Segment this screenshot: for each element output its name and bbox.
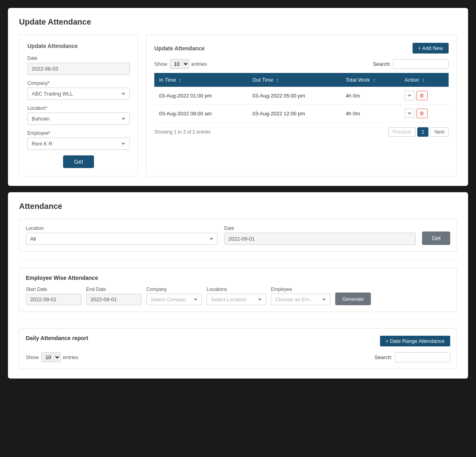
daily-search-box: Search: [374, 352, 450, 362]
action-cell: ✏ 🗑 [400, 87, 449, 105]
attendance-page-title: Attendance [19, 202, 457, 211]
table-row: 03-Aug-2022 01:00 pm 03-Aug-2022 05:00 p… [154, 87, 449, 105]
company-filter-label: Company [146, 287, 202, 292]
emp-filter-row: Start Date End Date Company Select Compa… [26, 287, 450, 305]
sort-icon-action: ↕ [422, 77, 425, 83]
date-range-button[interactable]: + Date Range Attendance [380, 336, 450, 346]
page-1-button[interactable]: 1 [417, 127, 429, 137]
company-filter-group: Company Select Compan [146, 287, 202, 305]
date-filter-input[interactable] [224, 233, 416, 245]
daily-report-title: Daily Attendance report [26, 335, 88, 341]
right-card-title: Update Attendance [154, 45, 205, 52]
location-filter-select[interactable]: All [26, 233, 218, 245]
daily-search-label: Search: [374, 354, 392, 360]
get-button[interactable]: Get [63, 155, 94, 168]
edit-button[interactable]: ✏ [405, 109, 415, 118]
employee-select[interactable]: Reni K R [27, 138, 130, 150]
col-in-time: In Time ↕ [154, 73, 248, 87]
table-row: 03-Aug-2022 08:00 am 03-Aug-2022 12:00 p… [154, 105, 449, 122]
col-out-time: Out Time ↕ [248, 73, 341, 87]
start-date-group: Start Date [26, 287, 81, 305]
sort-icon-outtime: ↕ [276, 77, 279, 83]
sort-icon-totalwork: ↕ [373, 77, 376, 83]
add-new-button[interactable]: + Add New [413, 43, 449, 54]
date-label: Date [27, 55, 130, 61]
date-filter-group: Date [224, 226, 416, 245]
table-controls: Show 10 entries Search: [154, 59, 449, 69]
start-date-label: Start Date [26, 287, 81, 292]
daily-show-select[interactable]: 10 [41, 352, 61, 362]
end-date-group: End Date [86, 287, 142, 305]
col-total-work: Total Work ↕ [341, 73, 400, 87]
search-label: Search: [373, 61, 391, 67]
total-work-cell: 4h 0m [341, 87, 400, 105]
in-time-cell: 03-Aug-2022 08:00 am [154, 105, 248, 122]
generate-button[interactable]: Generate [335, 293, 371, 305]
location-filter-label: Location [26, 226, 218, 231]
attendance-get-button[interactable]: Get [422, 231, 450, 245]
sort-icon-intime: ↕ [179, 77, 182, 83]
update-attendance-right-card: Update Attendance + Add New Show 10 entr… [146, 34, 457, 176]
show-select[interactable]: 10 [170, 59, 189, 69]
employee-filter-group: Employee Choose an Em... [271, 287, 330, 305]
table-footer: Showing 1 to 2 of 2 entries Previous 1 N… [154, 127, 449, 137]
location-label: Location* [27, 105, 130, 111]
delete-button[interactable]: 🗑 [416, 109, 428, 118]
out-time-cell: 03-Aug-2022 05:00 pm [248, 87, 341, 105]
col-action: Action ↕ [400, 73, 449, 87]
delete-button[interactable]: 🗑 [416, 91, 428, 100]
locations-filter-label: Locations [207, 287, 266, 292]
show-label: Show [154, 61, 167, 67]
daily-report-header: Daily Attendance report + Date Range Att… [26, 335, 450, 347]
right-card-header: Update Attendance + Add New [154, 43, 449, 54]
location-select[interactable]: Bahrain [27, 113, 130, 125]
end-date-label: End Date [86, 287, 142, 292]
locations-filter-select[interactable]: Select Location [207, 294, 266, 305]
search-box: Search: [373, 59, 449, 69]
date-input[interactable] [27, 63, 130, 75]
company-select[interactable]: ABC Trading WLL [27, 88, 130, 100]
out-time-cell: 03-Aug-2022 12:00 pm [248, 105, 341, 122]
in-time-cell: 03-Aug-2022 01:00 pm [154, 87, 248, 105]
company-filter-select[interactable]: Select Compan [146, 294, 202, 305]
employee-label: Employee* [27, 130, 130, 136]
location-form-group: Location* Bahrain [27, 105, 130, 125]
daily-controls: Show 10 entries Search: [26, 352, 450, 362]
location-filter-group: Location All [26, 226, 218, 245]
edit-button[interactable]: ✏ [405, 91, 415, 100]
update-attendance-body: Update Attendance Date Company* ABC Trad… [19, 34, 457, 176]
daily-show-entries: Show 10 entries [26, 352, 79, 362]
daily-entries-label: entries [63, 354, 79, 360]
date-form-group: Date [27, 55, 130, 75]
employee-filter-label: Employee [271, 287, 330, 292]
next-page-button[interactable]: Next [430, 127, 449, 137]
date-filter-label: Date [224, 226, 416, 231]
search-input[interactable] [393, 59, 449, 69]
previous-page-button[interactable]: Previous [388, 127, 416, 137]
company-label: Company* [27, 80, 130, 86]
pagination: Previous 1 Next [388, 127, 449, 137]
top-filter-row: Location All Date Get [19, 219, 457, 252]
locations-filter-group: Locations Select Location [207, 287, 266, 305]
start-date-input[interactable] [26, 294, 81, 305]
daily-search-input[interactable] [395, 352, 450, 362]
company-form-group: Company* ABC Trading WLL [27, 80, 130, 100]
end-date-input[interactable] [86, 294, 142, 305]
employee-form-group: Employee* Reni K R [27, 130, 130, 150]
update-attendance-left-card: Update Attendance Date Company* ABC Trad… [19, 34, 138, 176]
action-cell: ✏ 🗑 [400, 105, 449, 122]
update-attendance-page-title: Update Attendance [19, 17, 457, 27]
show-entries: Show 10 entries [154, 59, 207, 69]
attendance-table: In Time ↕ Out Time ↕ Total Work ↕ Action… [154, 73, 449, 122]
employee-wise-title: Employee Wise Attendance [26, 275, 450, 281]
update-attendance-panel: Update Attendance Update Attendance Date… [8, 8, 468, 186]
attendance-panel: Attendance Location All Date Get Employe… [8, 192, 468, 379]
employee-filter-select[interactable]: Choose an Em... [271, 294, 330, 305]
table-header-row: In Time ↕ Out Time ↕ Total Work ↕ Action… [154, 73, 449, 87]
entries-label: entries [192, 61, 207, 67]
employee-wise-section: Employee Wise Attendance Start Date End … [19, 268, 457, 312]
daily-show-label: Show [26, 354, 39, 360]
total-work-cell: 4h 0m [341, 105, 400, 122]
showing-info: Showing 1 to 2 of 2 entries [154, 129, 211, 135]
daily-report-section: Daily Attendance report + Date Range Att… [19, 328, 457, 369]
